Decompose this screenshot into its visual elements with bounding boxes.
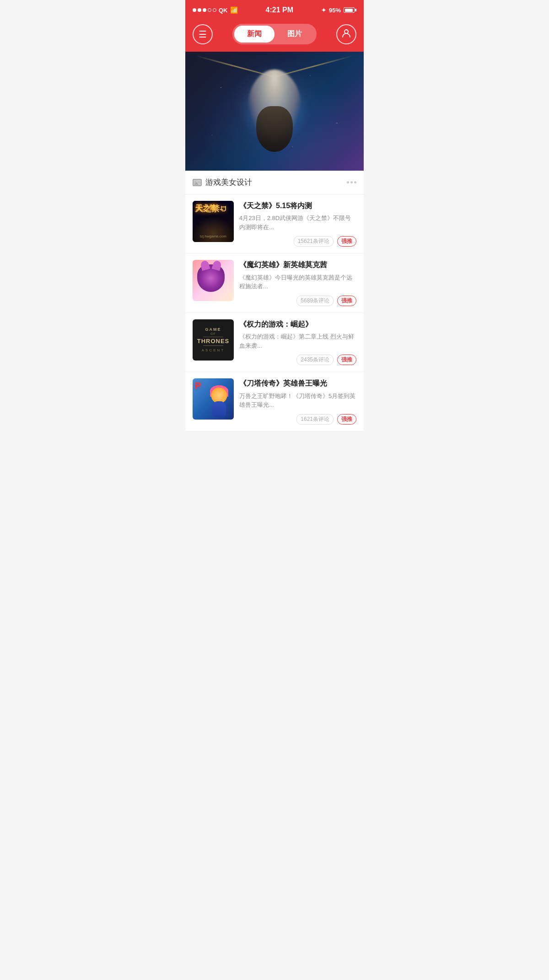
signal-dot-2 (198, 8, 201, 12)
news-thumb-1: 天之禁 tzj.hwgame.com (193, 201, 234, 242)
time-display: 4:21 PM (266, 6, 293, 14)
battery-fill (345, 9, 353, 12)
news-desc-4: 万兽之王旷野咆哮！《刀塔传奇》5月签到英雄兽王曝光... (239, 392, 356, 409)
char-torso (256, 106, 293, 152)
more-dot-1 (347, 181, 349, 183)
status-left: QK 📶 (193, 6, 238, 14)
news-thumb-4: P (193, 378, 234, 420)
news-footer-3: 2435条评论 强推 (239, 355, 356, 365)
news-title-4: 《刀塔传奇》英雄兽王曝光 (239, 378, 356, 388)
thumb-4-body (212, 401, 226, 417)
strong-tag-3[interactable]: 强推 (337, 355, 356, 365)
svg-point-0 (344, 30, 348, 33)
section-title: 游戏美女设计 (205, 177, 252, 188)
tab-photos[interactable]: 图片 (274, 26, 315, 43)
news-footer-1: 15621条评论 强推 (239, 236, 356, 247)
user-icon (341, 28, 351, 40)
battery-icon (344, 7, 356, 13)
news-title-1: 《天之禁》5.15将内测 (239, 201, 356, 211)
thumb-3-of: OF (210, 332, 216, 335)
signal-dot-5 (213, 8, 216, 12)
comment-count-2: 5689条评论 (296, 296, 334, 306)
news-content-1: 《天之禁》5.15将内测 4月23日，2.8D武侠网游《天之禁》不限号内测即将在… (239, 201, 356, 247)
svg-point-2 (194, 181, 196, 183)
thumb-3-line-top (203, 337, 223, 337)
header-nav: ☰ 新闻 图片 (185, 20, 364, 52)
carrier-label: QK (219, 7, 228, 14)
section-title-wrap: 游戏美女设计 (193, 177, 252, 188)
comment-count-4: 1621条评论 (296, 414, 334, 425)
signal-dot-3 (203, 8, 206, 12)
user-button[interactable] (336, 24, 356, 44)
signal-dot-4 (208, 8, 211, 12)
wifi-icon: 📶 (230, 6, 238, 14)
battery-percent: 95% (329, 7, 341, 14)
news-desc-1: 4月23日，2.8D武侠网游《天之禁》不限号内测即将在... (239, 214, 356, 232)
news-item-1[interactable]: 天之禁 tzj.hwgame.com 《天之禁》5.15将内测 4月23日，2.… (185, 194, 364, 253)
menu-button[interactable]: ☰ (193, 24, 213, 44)
more-dot-3 (354, 181, 356, 183)
more-dots[interactable] (347, 181, 356, 183)
thumb-1-sub: tzj.hwgame.com (195, 234, 231, 238)
status-right: ✦ 95% (321, 7, 356, 14)
comment-count-3: 2435条评论 (296, 355, 334, 365)
news-item-4[interactable]: P 《刀塔传奇》英雄兽王曝光 万兽之王旷野咆哮！《刀塔传奇》5月签到英雄兽王曝光… (185, 372, 364, 431)
hero-banner (185, 52, 364, 171)
bluetooth-icon: ✦ (321, 7, 326, 14)
character-figure (242, 70, 307, 170)
comment-count-1: 15621条评论 (294, 236, 334, 247)
news-content-3: 《权力的游戏：崛起》 《权力的游戏：崛起》第二章上线 烈火与鲜血来袭... 24… (239, 319, 356, 365)
news-desc-3: 《权力的游戏：崛起》第二章上线 烈火与鲜血来袭... (239, 332, 356, 350)
thumb-2-monster (197, 264, 225, 292)
news-thumb-2 (193, 260, 234, 301)
thumb-3-game-top: GAME (205, 327, 221, 332)
thumb-3-line-bot (203, 345, 223, 346)
more-dot-2 (350, 181, 353, 183)
menu-icon: ☰ (199, 30, 207, 39)
thumb-4-char (206, 385, 231, 420)
news-item-2[interactable]: 《魔幻英雄》新英雄莫克茜 《魔幻英雄》今日曝光的英雄莫克茜是个远程施法者... … (185, 253, 364, 312)
news-list: 天之禁 tzj.hwgame.com 《天之禁》5.15将内测 4月23日，2.… (185, 194, 364, 431)
news-content-2: 《魔幻英雄》新英雄莫克茜 《魔幻英雄》今日曝光的英雄莫克茜是个远程施法者... … (239, 260, 356, 306)
thumb-3-thrones: THRONES (197, 338, 230, 345)
thumb-2-ear-left (200, 260, 210, 271)
news-footer-2: 5689条评论 强推 (239, 296, 356, 306)
thumb-3-content: GAME OF THRONES ASCENT (193, 319, 234, 361)
news-item-3[interactable]: GAME OF THRONES ASCENT 《权力的游戏：崛起》 《权力的游戏… (185, 313, 364, 372)
status-bar: QK 📶 4:21 PM ✦ 95% (185, 0, 364, 20)
thumb-3-ascent: ASCENT (202, 348, 225, 352)
thumb-2-ear-right (212, 260, 222, 271)
news-content-4: 《刀塔传奇》英雄兽王曝光 万兽之王旷野咆哮！《刀塔传奇》5月签到英雄兽王曝光..… (239, 378, 356, 424)
tab-news[interactable]: 新闻 (234, 26, 274, 43)
news-title-2: 《魔幻英雄》新英雄莫克茜 (239, 260, 356, 270)
strong-tag-4[interactable]: 强推 (337, 414, 356, 425)
strong-tag-1[interactable]: 强推 (337, 236, 356, 247)
thumb-4-logo: P (195, 381, 201, 391)
news-desc-2: 《魔幻英雄》今日曝光的英雄莫克茜是个远程施法者... (239, 273, 356, 291)
section-header: 游戏美女设计 (185, 171, 364, 194)
nav-tabs: 新闻 图片 (232, 24, 317, 44)
signal-dots (193, 8, 216, 12)
battery-tip (355, 9, 356, 11)
hero-banner-content (185, 52, 364, 171)
strong-tag-2[interactable]: 强推 (337, 296, 356, 306)
news-footer-4: 1621条评论 强推 (239, 414, 356, 425)
thumb-1-text: 天之禁 (195, 204, 216, 212)
battery-body (344, 7, 355, 13)
news-thumb-3: GAME OF THRONES ASCENT (193, 319, 234, 361)
news-title-3: 《权力的游戏：崛起》 (239, 319, 356, 329)
image-icon (193, 179, 202, 186)
signal-dot-1 (193, 8, 196, 12)
